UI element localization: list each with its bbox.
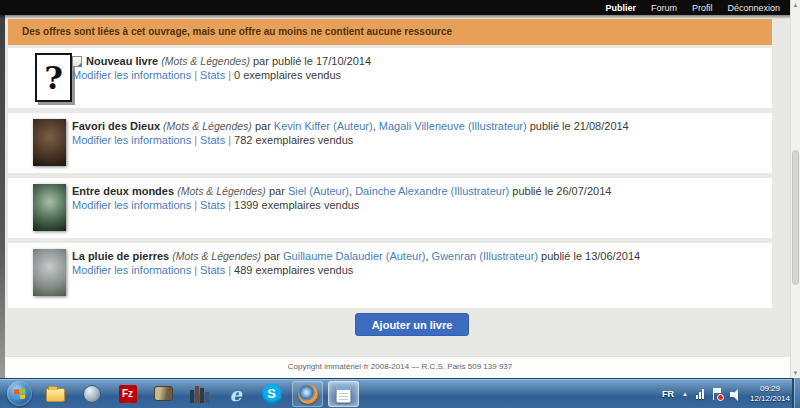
link-separator: | xyxy=(194,264,197,276)
scroll-down-arrow[interactable]: ▼ xyxy=(791,368,800,378)
book-links-row: Modifier les informations|Stats|489 exem… xyxy=(72,264,762,277)
scroll-up-arrow[interactable]: ▲ xyxy=(791,0,800,10)
stats-link[interactable]: Stats xyxy=(200,199,225,211)
skype-icon: S xyxy=(262,384,282,404)
page: Publier Forum Profil Déconnexion Des off… xyxy=(0,0,800,408)
taskbar-item-notepad[interactable] xyxy=(328,381,359,407)
book-info: La pluie de pierres (Mots & Légendes) pa… xyxy=(72,250,762,277)
volume-icon[interactable] xyxy=(730,388,742,400)
sold-count: 489 exemplaires vendus xyxy=(234,264,353,276)
book-cover[interactable]: ? xyxy=(35,53,72,102)
taskbar-item-skype[interactable]: S xyxy=(256,381,287,407)
folder-icon xyxy=(46,388,65,402)
windows-taskbar: Fz e S FR ▲ xyxy=(0,378,800,408)
book-authors: Siel (Auteur), Dainche Alexandre (Illust… xyxy=(288,185,509,197)
edit-info-link[interactable]: Modifier les informations xyxy=(72,264,191,276)
page-footer: Copyright immatériel·fr 2008-2014 — R.C.… xyxy=(0,356,800,378)
link-separator: | xyxy=(194,199,197,211)
book-info: Favori des Dieux (Mots & Légendes) par K… xyxy=(72,120,762,147)
author-link[interactable]: Guillaume Dalaudier (Auteur) xyxy=(283,250,425,262)
author-link[interactable]: Siel (Auteur) xyxy=(288,185,349,197)
par-label: par xyxy=(269,185,285,197)
firefox-icon xyxy=(298,384,318,404)
book-title-row: La pluie de pierres (Mots & Légendes) pa… xyxy=(72,250,762,263)
book-cover[interactable] xyxy=(33,249,66,296)
window-edge xyxy=(0,15,5,378)
taskbar-item-filezilla[interactable]: Fz xyxy=(112,381,143,407)
nav-profil[interactable]: Profil xyxy=(692,3,713,13)
scrollbar-thumb[interactable] xyxy=(792,150,799,285)
browser-scrollbar[interactable]: ▲ ▼ xyxy=(790,0,800,378)
add-book-button[interactable]: Ajouter un livre xyxy=(355,313,469,336)
author-link[interactable]: Gwenran (Illustrateur) xyxy=(432,250,538,262)
book-authors: Kevin Kiffer (Auteur), Magali Villeneuve… xyxy=(274,120,527,132)
taskbar-item-library[interactable] xyxy=(184,381,215,407)
copyright-text: Copyright immatériel·fr 2008-2014 — R.C.… xyxy=(288,362,513,371)
edit-info-link[interactable]: Modifier les informations xyxy=(72,134,191,146)
start-button[interactable] xyxy=(7,381,32,406)
taskbar-item-internet-explorer[interactable]: e xyxy=(220,381,251,407)
book-title: Entre deux mondes xyxy=(72,185,174,197)
clock-time: 09:29 xyxy=(750,384,790,394)
network-icon[interactable] xyxy=(696,389,704,399)
language-indicator[interactable]: FR xyxy=(662,389,674,399)
author-link[interactable]: Dainche Alexandre (Illustrateur) xyxy=(355,185,509,197)
game-icon xyxy=(154,386,173,401)
book-row: ? Nouveau livre (Mots & Légendes) par pu… xyxy=(8,48,772,108)
par-label: par xyxy=(264,250,280,262)
book-collection: (Mots & Légendes) xyxy=(161,55,250,67)
book-title-row: Favori des Dieux (Mots & Légendes) par K… xyxy=(72,120,762,133)
book-row: Entre deux mondes (Mots & Légendes) par … xyxy=(8,178,772,238)
link-separator: | xyxy=(228,69,231,81)
action-center-icon[interactable] xyxy=(712,388,722,400)
book-collection: (Mots & Légendes) xyxy=(172,250,261,262)
sold-count: 1399 exemplaires vendus xyxy=(234,199,359,211)
book-published: publié le 13/06/2014 xyxy=(541,250,640,262)
edit-info-link[interactable]: Modifier les informations xyxy=(72,199,191,211)
link-separator: | xyxy=(228,199,231,211)
taskbar-item-game[interactable] xyxy=(148,381,179,407)
book-row: Favori des Dieux (Mots & Légendes) par K… xyxy=(8,113,772,173)
filezilla-icon: Fz xyxy=(119,385,137,403)
nav-deconnexion[interactable]: Déconnexion xyxy=(727,3,780,13)
book-links-row: Modifier les informations|Stats|782 exem… xyxy=(72,134,762,147)
stats-link[interactable]: Stats xyxy=(200,69,225,81)
warning-banner: Des offres sont liées à cet ouvrage, mai… xyxy=(8,19,772,45)
tray-expand-icon[interactable]: ▲ xyxy=(682,391,688,397)
book-list: ? Nouveau livre (Mots & Légendes) par pu… xyxy=(8,48,772,313)
top-bar-shadow xyxy=(0,15,800,19)
book-published: publié le 17/10/2014 xyxy=(272,55,371,67)
taskbar-items: Fz e S xyxy=(40,381,359,407)
stats-link[interactable]: Stats xyxy=(200,264,225,276)
book-published: publié le 26/07/2014 xyxy=(512,185,611,197)
author-link[interactable]: Magali Villeneuve (Illustrateur) xyxy=(379,120,527,132)
top-navigation: Publier Forum Profil Déconnexion xyxy=(605,0,780,15)
new-page-icon xyxy=(72,56,82,67)
book-info: Entre deux mondes (Mots & Légendes) par … xyxy=(72,185,762,212)
clock[interactable]: 09:29 12/12/2014 xyxy=(750,384,790,404)
book-cover[interactable] xyxy=(33,184,66,231)
system-tray: FR ▲ 09:29 12/12/2014 xyxy=(662,379,790,408)
book-links-row: Modifier les informations|Stats|1399 exe… xyxy=(72,199,762,212)
show-desktop-button[interactable] xyxy=(792,378,800,408)
nav-publier[interactable]: Publier xyxy=(605,3,636,13)
link-separator: | xyxy=(194,69,197,81)
link-separator: | xyxy=(194,134,197,146)
nav-forum[interactable]: Forum xyxy=(651,3,677,13)
taskbar-item-network-app[interactable] xyxy=(76,381,107,407)
par-label: par xyxy=(255,120,271,132)
link-separator: | xyxy=(228,134,231,146)
clock-date: 12/12/2014 xyxy=(750,394,790,404)
author-link[interactable]: Kevin Kiffer (Auteur) xyxy=(274,120,373,132)
taskbar-item-explorer[interactable] xyxy=(40,381,71,407)
book-collection: (Mots & Légendes) xyxy=(163,120,252,132)
edit-info-link[interactable]: Modifier les informations xyxy=(72,69,191,81)
notepad-icon xyxy=(336,385,351,403)
sold-count: 0 exemplaires vendus xyxy=(234,69,341,81)
globe-icon xyxy=(83,385,101,403)
stats-link[interactable]: Stats xyxy=(200,134,225,146)
taskbar-item-firefox[interactable] xyxy=(292,381,323,407)
book-published: publié le 21/08/2014 xyxy=(530,120,629,132)
site-top-bar: Publier Forum Profil Déconnexion xyxy=(0,0,800,15)
book-cover[interactable] xyxy=(33,119,66,166)
